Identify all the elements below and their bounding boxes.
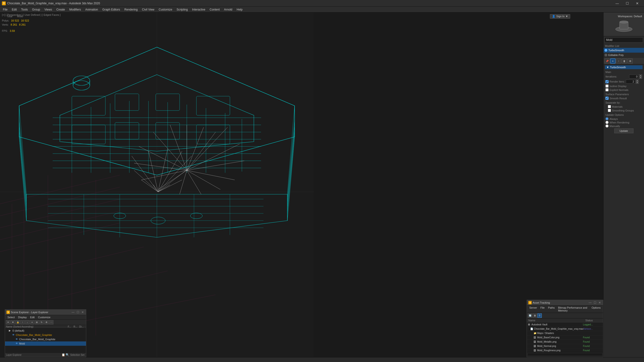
polys-label: Polys: xyxy=(2,19,9,23)
at-minimize[interactable]: — xyxy=(588,301,592,305)
se-menu-edit[interactable]: Edit xyxy=(29,316,36,319)
at-menu-server[interactable]: Server xyxy=(528,306,538,312)
at-menu-paths[interactable]: Paths xyxy=(546,306,556,312)
when-rendering-radio[interactable] xyxy=(606,121,608,124)
menu-edit[interactable]: Edit xyxy=(10,7,19,12)
mod-tool-hierarchy[interactable]: ≡ xyxy=(610,58,616,64)
menu-group[interactable]: Group xyxy=(30,7,42,12)
se-item-chocolate-bar-mold-graphite[interactable]: 👁 Chocolate_Bar_Mold_Graphite xyxy=(5,333,86,337)
modifier-turbosmooth[interactable]: TurboSmooth xyxy=(604,48,644,53)
se-tool-filter[interactable]: ▼ xyxy=(11,320,15,325)
se-tool-more[interactable]: ⋯ xyxy=(49,320,54,325)
se-tool-up[interactable]: ↑ xyxy=(20,320,25,325)
modifier-list-header: Modifier List xyxy=(604,44,644,48)
at-item-normal[interactable]: 🖼 Mold_Normal.png Found xyxy=(527,344,603,348)
scene-explorer-close[interactable]: ✕ xyxy=(81,310,84,314)
at-menu-bitmap[interactable]: Bitmap Performance and Memory xyxy=(556,306,590,312)
mod-tool-delete[interactable]: 🗑 xyxy=(622,58,627,64)
mod-tool-pin[interactable]: 📌 xyxy=(604,58,610,64)
se-item-chocolate-bar-mold-graphite-2[interactable]: 👁 Chocolate_Bar_Mold_Graphite xyxy=(5,337,86,342)
at-tool-list[interactable]: ☰ xyxy=(538,314,542,318)
maximize-button[interactable]: ☐ xyxy=(622,0,632,7)
menu-scripting[interactable]: Scripting xyxy=(174,7,190,12)
at-menu-file[interactable]: File xyxy=(539,306,546,312)
explicit-normals-checkbox[interactable] xyxy=(606,88,608,91)
scene-explorer-maximize[interactable]: ☐ xyxy=(76,310,80,314)
right-panel: Modifier List TurboSmooth Editable Poly … xyxy=(603,12,644,362)
smooth-result-checkbox[interactable] xyxy=(606,97,608,100)
menu-animation[interactable]: Animation xyxy=(83,7,100,12)
at-item-maps-folder[interactable]: 📁 Maps / Shaders xyxy=(527,331,603,336)
render-iters-checkbox[interactable] xyxy=(606,80,608,83)
svg-line-76 xyxy=(139,146,187,170)
menu-arnold[interactable]: Arnold xyxy=(222,7,234,12)
layer-explorer-label: Layer Explorer xyxy=(6,354,60,356)
se-item-mold[interactable]: 👁 Mold xyxy=(5,342,86,346)
render-iters-input[interactable] xyxy=(626,80,636,83)
se-tool-settings[interactable]: ⚙ xyxy=(44,320,48,325)
menu-tools[interactable]: Tools xyxy=(19,7,30,12)
always-radio[interactable] xyxy=(606,117,608,120)
menu-interactive[interactable]: Interactive xyxy=(190,7,207,12)
menu-graph-editors[interactable]: Graph Editors xyxy=(100,7,122,12)
se-tool-layers[interactable]: ≡ xyxy=(30,320,34,325)
menu-civil-view[interactable]: Civil View xyxy=(140,7,156,12)
se-menu-display[interactable]: Display xyxy=(17,316,28,319)
at-menu-options[interactable]: Options xyxy=(590,306,602,312)
scene-explorer-content[interactable]: ▶ 0 (default) 👁 Chocolate_Bar_Mold_Graph… xyxy=(5,329,86,353)
se-tool-x[interactable]: ✕ xyxy=(6,320,10,325)
asset-tracking-content[interactable]: 🏛 Autodesk Vault Logged... 📄 Chocolate_B… xyxy=(527,323,603,352)
se-tool-down[interactable]: ↓ xyxy=(25,320,30,325)
se-menu-customize[interactable]: Customize xyxy=(37,316,52,319)
se-tool-refresh[interactable]: ↻ xyxy=(40,320,44,325)
menu-customize[interactable]: Customize xyxy=(157,7,174,12)
mod-tool-settings[interactable]: ⚙ xyxy=(628,58,633,64)
at-item-autodesk-vault[interactable]: 🏛 Autodesk Vault Logged... xyxy=(527,323,603,327)
isoline-checkbox[interactable] xyxy=(606,84,608,88)
at-item-basecolor[interactable]: 🖼 Mold_BaseColor.png Found xyxy=(527,336,603,340)
at-close[interactable]: ✕ xyxy=(598,301,602,305)
at-maximize[interactable]: ☐ xyxy=(593,301,597,305)
update-button[interactable]: Update xyxy=(614,128,634,133)
at-tool-1[interactable]: 🔄 xyxy=(528,314,532,318)
se-menu-select[interactable]: Select xyxy=(6,316,16,319)
menu-rendering[interactable]: Rendering xyxy=(122,7,140,12)
menu-modifiers[interactable]: Modifiers xyxy=(67,7,83,12)
scene-explorer-minimize[interactable]: — xyxy=(71,310,75,314)
svg-line-69 xyxy=(187,170,235,180)
iterations-down[interactable]: ▼ xyxy=(639,76,642,79)
se-tool-grid[interactable]: ⊞ xyxy=(35,320,39,325)
render-iters-down[interactable]: ▼ xyxy=(636,82,639,84)
minimize-button[interactable]: — xyxy=(612,0,622,7)
smoothing-groups-checkbox[interactable] xyxy=(608,109,611,112)
menu-views[interactable]: Views xyxy=(42,7,54,12)
close-button[interactable]: ✕ xyxy=(632,0,642,7)
separate-by-label: Separate by: xyxy=(605,101,642,105)
materials-checkbox[interactable] xyxy=(608,105,611,108)
at-col-name-header: Name xyxy=(527,319,584,322)
isoline-row: Isoline Display xyxy=(605,84,642,88)
iterations-up[interactable]: ▲ xyxy=(639,74,642,76)
manually-radio[interactable] xyxy=(606,124,608,127)
at-item-max-file[interactable]: 📄 Chocolate_Bar_Mold_Graphite_max_vray.m… xyxy=(527,327,603,331)
render-iters-up[interactable]: ▲ xyxy=(636,79,639,82)
menu-create[interactable]: Create xyxy=(54,7,67,12)
mod-tool-move[interactable]: ↑ xyxy=(616,58,621,64)
svg-rect-98 xyxy=(115,122,139,139)
turbosmooth-header[interactable]: ▼ TurboSmooth xyxy=(605,65,642,69)
object-name-input[interactable] xyxy=(604,37,643,42)
at-item-metallic[interactable]: 🖼 Mold_Metallic.png Found xyxy=(527,340,603,344)
at-tool-2[interactable]: 🗑 xyxy=(533,314,537,318)
signin-button[interactable]: 👤 Sign In ▼ xyxy=(550,14,570,19)
layer-icon: ▶ xyxy=(9,329,12,332)
at-item-roughness[interactable]: 🖼 Mold_Roughness.png Found xyxy=(527,348,603,352)
menu-content[interactable]: Content xyxy=(208,7,222,12)
iterations-input[interactable] xyxy=(629,75,639,78)
signin-area: 👤 Sign In ▼ xyxy=(548,13,572,19)
se-tool-lock[interactable]: 🔒 xyxy=(16,320,20,325)
menu-help[interactable]: Help xyxy=(235,7,244,12)
se-item-default-layer[interactable]: ▶ 0 (default) xyxy=(5,329,86,333)
at-roughness-name: Mold_Roughness.png xyxy=(537,349,583,352)
modifier-editable-poly[interactable]: Editable Poly xyxy=(604,53,644,57)
menu-file[interactable]: File xyxy=(1,7,9,12)
